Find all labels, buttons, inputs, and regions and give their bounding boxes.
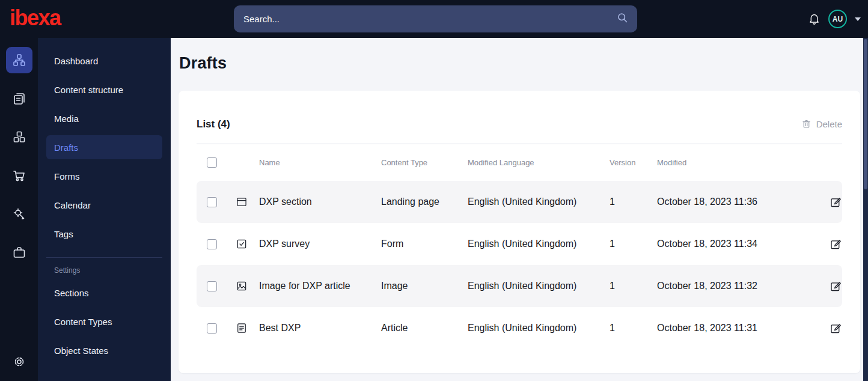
- cell-content-type: Image: [381, 281, 468, 291]
- site-structure-icon[interactable]: [6, 47, 32, 73]
- column-header-version: Version: [610, 158, 657, 167]
- trash-icon: [801, 119, 811, 129]
- row-checkbox-cell: [197, 281, 230, 291]
- cell-content-type: Form: [381, 239, 468, 249]
- sidebar-item-forms[interactable]: Forms: [38, 162, 171, 190]
- settings-gear-icon[interactable]: [6, 349, 32, 375]
- search-bar: [234, 5, 637, 32]
- cell-name: DXP survey: [259, 239, 381, 249]
- edit-cell: [816, 322, 842, 335]
- product-catalog-icon[interactable]: [6, 239, 32, 266]
- content-type-icon-cell: [230, 280, 259, 292]
- sidebar-item-dashboard[interactable]: Dashboard: [38, 46, 171, 75]
- cell-modified: October 18, 2023 11:34: [657, 239, 816, 249]
- edit-cell: [816, 238, 842, 251]
- scrollbar-thumb[interactable]: [864, 39, 867, 189]
- avatar[interactable]: AU: [828, 10, 847, 28]
- edit-cell: [816, 196, 842, 209]
- list-heading: List (4): [197, 118, 230, 130]
- row-checkbox[interactable]: [207, 323, 217, 334]
- table-row[interactable]: Best DXP Article English (United Kingdom…: [197, 307, 842, 349]
- content-type-icon-cell: [230, 238, 259, 250]
- cell-version: 1: [610, 239, 657, 249]
- cell-version: 1: [610, 197, 657, 207]
- edit-button[interactable]: [830, 196, 842, 209]
- table-row[interactable]: DXP survey Form English (United Kingdom)…: [197, 223, 842, 265]
- edit-icon: [830, 238, 842, 251]
- row-checkbox[interactable]: [207, 239, 217, 249]
- topbar-actions: AU: [808, 0, 861, 38]
- edit-icon: [830, 280, 842, 293]
- page-title: Drafts: [179, 54, 868, 73]
- scrollbar[interactable]: [863, 38, 868, 381]
- notifications-bell-icon[interactable]: [808, 13, 821, 25]
- sidebar-item-object-states[interactable]: Object States: [38, 336, 171, 365]
- commerce-cart-icon[interactable]: [6, 162, 32, 189]
- cell-modified: October 18, 2023 11:32: [657, 281, 816, 291]
- row-checkbox-cell: [197, 197, 230, 207]
- form-icon: [236, 238, 248, 250]
- select-all-cell: [197, 157, 230, 168]
- cell-modified-language: English (United Kingdom): [468, 323, 610, 334]
- sidebar-item-drafts[interactable]: Drafts: [46, 135, 162, 159]
- column-header-modified: Modified: [657, 158, 816, 167]
- edit-button[interactable]: [830, 238, 842, 251]
- cell-version: 1: [610, 281, 657, 291]
- drafts-card: List (4) Delete Name Content Type Modifi…: [179, 91, 860, 373]
- content-type-icon-cell: [230, 196, 259, 208]
- column-header-content-type: Content Type: [381, 158, 468, 167]
- delete-button[interactable]: Delete: [801, 119, 842, 129]
- edit-button[interactable]: [830, 322, 842, 335]
- table-row[interactable]: DXP section Landing page English (United…: [197, 181, 842, 223]
- settings-section-label: Settings: [38, 258, 171, 278]
- cell-version: 1: [610, 323, 657, 334]
- sidebar-item-content-structure[interactable]: Content structure: [38, 75, 171, 104]
- edit-cell: [816, 280, 842, 293]
- ibexa-logo[interactable]: ibexa: [10, 7, 61, 31]
- search-input[interactable]: [243, 14, 616, 24]
- select-all-checkbox[interactable]: [207, 157, 217, 168]
- sidebar-item-sections[interactable]: Sections: [38, 278, 171, 307]
- table-row[interactable]: Image for DXP article Image English (Uni…: [197, 265, 842, 307]
- cell-content-type: Article: [381, 323, 468, 334]
- image-icon: [236, 280, 248, 292]
- edit-icon: [830, 322, 842, 335]
- sidebar-menu: Dashboard Content structure Media Drafts…: [38, 38, 171, 381]
- sidebar-item-calendar[interactable]: Calendar: [38, 190, 171, 219]
- topbar: ibexa AU: [0, 0, 868, 38]
- article-icon: [236, 322, 248, 334]
- cell-name: Best DXP: [259, 323, 381, 334]
- content-type-icon-cell: [230, 322, 259, 334]
- content-icon[interactable]: [6, 85, 32, 112]
- column-header-name: Name: [259, 158, 381, 167]
- cell-content-type: Landing page: [381, 197, 468, 207]
- sidebar-item-media[interactable]: Media: [38, 104, 171, 133]
- table-header-row: Name Content Type Modified Language Vers…: [197, 144, 842, 181]
- main-content: Drafts List (4) Delete Name Content Type…: [171, 38, 868, 381]
- cell-modified: October 18, 2023 11:31: [657, 323, 816, 334]
- cell-name: DXP section: [259, 197, 381, 207]
- search-icon[interactable]: [616, 11, 629, 26]
- sidebar-item-tags[interactable]: Tags: [38, 219, 171, 248]
- row-checkbox-cell: [197, 323, 230, 334]
- row-checkbox-cell: [197, 239, 230, 249]
- cell-modified: October 18, 2023 11:36: [657, 197, 816, 207]
- blocks-icon[interactable]: [6, 124, 32, 150]
- list-header: List (4) Delete: [197, 91, 842, 144]
- cell-modified-language: English (United Kingdom): [468, 281, 610, 291]
- sidebar-item-content-types[interactable]: Content Types: [38, 307, 171, 336]
- cell-modified-language: English (United Kingdom): [468, 197, 610, 207]
- icon-rail: [0, 38, 38, 381]
- chevron-down-icon[interactable]: [855, 17, 861, 21]
- row-checkbox[interactable]: [207, 281, 217, 291]
- landing-page-icon: [236, 196, 248, 208]
- edit-button[interactable]: [830, 280, 842, 293]
- row-checkbox[interactable]: [207, 197, 217, 207]
- cell-modified-language: English (United Kingdom): [468, 239, 610, 249]
- column-header-modified-language: Modified Language: [468, 158, 610, 167]
- personalization-icon[interactable]: [6, 201, 32, 227]
- cell-name: Image for DXP article: [259, 281, 381, 291]
- edit-icon: [830, 196, 842, 209]
- delete-label: Delete: [816, 119, 842, 129]
